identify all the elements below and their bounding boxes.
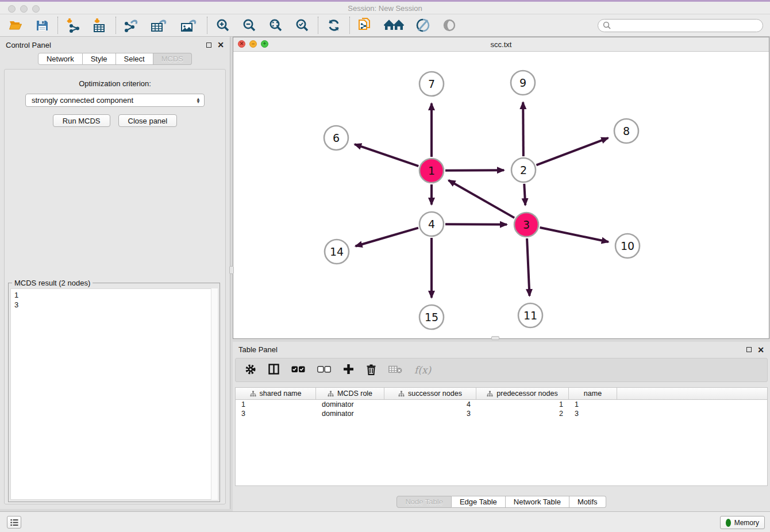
import-network-button[interactable] xyxy=(65,17,82,33)
table-settings-button[interactable] xyxy=(245,364,256,377)
column-panel-button[interactable] xyxy=(268,364,279,376)
tab-style[interactable]: Style xyxy=(83,53,116,65)
tab-mcds[interactable]: MCDS xyxy=(153,53,192,65)
tab-node-table[interactable]: Node Table xyxy=(396,496,452,508)
select-all-columns-button[interactable] xyxy=(291,366,305,375)
table-cell[interactable]: 3 xyxy=(236,410,316,418)
graph-edge-3-1[interactable] xyxy=(449,180,515,218)
network-canvas[interactable]: 7968124314101511 xyxy=(233,52,769,338)
column-header-label: predecessor nodes xyxy=(496,390,557,398)
graph-edge-1-6[interactable] xyxy=(355,144,418,166)
graph-node-4[interactable]: 4 xyxy=(419,212,444,236)
graph-node-11[interactable]: 11 xyxy=(518,303,542,327)
table-cell[interactable]: dominator xyxy=(316,400,384,408)
table-cell[interactable]: 1 xyxy=(569,400,617,408)
export-image-button[interactable] xyxy=(179,17,200,33)
import-table-button[interactable] xyxy=(91,17,109,33)
optimization-dropdown[interactable]: strongly connected component ▲▼ xyxy=(25,94,205,107)
graph-edge-3-11[interactable] xyxy=(527,238,529,296)
graph-node-15[interactable]: 15 xyxy=(419,305,444,329)
graph-node-2[interactable]: 2 xyxy=(511,158,536,182)
network-minimize-icon[interactable]: – xyxy=(249,40,257,48)
export-table-button[interactable] xyxy=(149,17,170,33)
graph-node-1[interactable]: 1 xyxy=(419,159,444,183)
tab-network[interactable]: Network xyxy=(38,53,83,65)
memory-button[interactable]: Memory xyxy=(720,516,765,529)
refresh-button[interactable] xyxy=(325,17,342,33)
zoom-selected-button[interactable] xyxy=(294,17,311,33)
graph-node-10[interactable]: 10 xyxy=(615,234,640,258)
close-panel-icon[interactable]: ✕ xyxy=(217,41,224,49)
create-column-button[interactable] xyxy=(343,364,354,376)
save-session-button[interactable] xyxy=(33,17,51,33)
task-history-button[interactable] xyxy=(7,516,21,529)
delete-column-button[interactable] xyxy=(366,364,376,377)
close-table-panel-icon[interactable]: ✕ xyxy=(757,346,764,354)
function-builder-button[interactable]: f(x) xyxy=(414,364,431,376)
table-row[interactable]: 1dominator411 xyxy=(236,400,767,409)
run-mcds-button[interactable]: Run MCDS xyxy=(53,114,110,127)
table-cell[interactable]: 1 xyxy=(476,400,569,408)
search-box[interactable] xyxy=(598,19,763,32)
graphics-details-button[interactable] xyxy=(414,17,432,33)
window-title: Session: New Session xyxy=(0,4,770,13)
graph-edge-1-2[interactable] xyxy=(445,170,504,171)
network-graph[interactable]: 7968124314101511 xyxy=(233,52,769,338)
column-header-successor-nodes[interactable]: successor nodes xyxy=(384,388,476,399)
open-session-button[interactable] xyxy=(7,17,24,33)
graph-node-8[interactable]: 8 xyxy=(614,119,638,143)
column-header-label: name xyxy=(584,390,602,398)
graph-edge-2-8[interactable] xyxy=(536,138,608,165)
graph-edge-2-9[interactable] xyxy=(523,102,523,156)
column-header-MCDS-role[interactable]: MCDS role xyxy=(316,388,384,399)
column-header-predecessor-nodes[interactable]: predecessor nodes xyxy=(476,388,569,399)
graph-edge-3-10[interactable] xyxy=(540,228,608,242)
graph-node-6[interactable]: 6 xyxy=(324,126,348,150)
column-header-shared-name[interactable]: shared name xyxy=(236,388,316,399)
table-cell[interactable]: 3 xyxy=(384,410,476,418)
table-row[interactable]: 3dominator323 xyxy=(236,409,767,418)
level-of-detail-button[interactable] xyxy=(441,17,458,33)
horizontal-divider-grip[interactable] xyxy=(491,336,499,340)
zoom-out-button[interactable] xyxy=(241,17,258,33)
table-cell[interactable]: 3 xyxy=(569,410,617,418)
table-cell[interactable]: dominator xyxy=(316,410,384,418)
deselect-all-columns-button[interactable] xyxy=(317,366,331,375)
zoom-in-button[interactable] xyxy=(214,17,232,33)
vertical-divider-grip[interactable] xyxy=(229,266,234,274)
tab-select[interactable]: Select xyxy=(116,53,153,65)
mcds-result-area[interactable]: 13 xyxy=(10,288,218,500)
mcds-result-box: MCDS result (2 nodes) 13 xyxy=(8,283,220,502)
table-cell[interactable]: 4 xyxy=(384,400,476,408)
table-cell[interactable]: 1 xyxy=(236,400,316,408)
column-header-name[interactable]: name xyxy=(569,388,617,399)
graph-edge-4-3[interactable] xyxy=(445,224,507,225)
graph-node-3[interactable]: 3 xyxy=(514,213,538,237)
table-cell[interactable]: 2 xyxy=(476,410,569,418)
float-table-panel-icon[interactable] xyxy=(746,347,752,352)
graph-edge-2-3[interactable] xyxy=(524,184,525,205)
export-network-button[interactable] xyxy=(123,17,140,33)
clone-network-button[interactable] xyxy=(357,17,374,33)
network-maximize-icon[interactable]: + xyxy=(261,40,268,48)
tab-motifs[interactable]: Motifs xyxy=(569,496,606,508)
close-panel-button[interactable]: Close panel xyxy=(118,114,178,127)
float-panel-icon[interactable] xyxy=(206,43,211,48)
network-window-titlebar[interactable]: ✕ – + scc.txt xyxy=(233,37,769,52)
graphics-details-icon xyxy=(415,18,430,32)
tab-edge-table[interactable]: Edge Table xyxy=(452,496,506,508)
zoom-fit-button[interactable] xyxy=(267,17,284,33)
tab-network-table[interactable]: Network Table xyxy=(506,496,569,508)
graph-edge-4-14[interactable] xyxy=(356,228,418,246)
graph-node-14[interactable]: 14 xyxy=(325,240,349,264)
graph-node-9[interactable]: 9 xyxy=(511,71,535,95)
result-scrollbar[interactable] xyxy=(211,288,218,500)
refresh-icon xyxy=(327,18,341,32)
delete-table-button[interactable] xyxy=(388,365,402,375)
search-input[interactable] xyxy=(614,21,758,29)
graph-node-7[interactable]: 7 xyxy=(419,72,444,96)
graph-node-label: 2 xyxy=(520,164,527,176)
first-neighbors-button[interactable] xyxy=(383,17,405,33)
toolbar-separator xyxy=(349,17,350,34)
network-close-icon[interactable]: ✕ xyxy=(238,40,245,48)
